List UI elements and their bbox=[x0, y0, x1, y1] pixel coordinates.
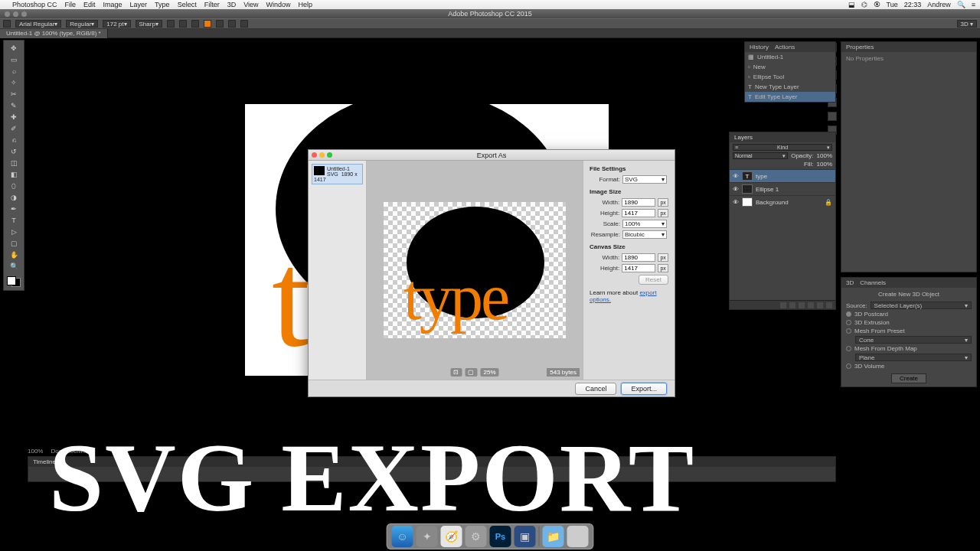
channels-tab[interactable]: Channels bbox=[860, 279, 886, 286]
warp-text-icon[interactable] bbox=[216, 20, 224, 28]
history-tab[interactable]: History bbox=[750, 44, 769, 51]
cloud-icon[interactable]: ⌬ bbox=[861, 1, 867, 8]
eyedropper-tool-icon[interactable]: ✎ bbox=[9, 101, 18, 110]
blur-tool-icon[interactable]: ⬯ bbox=[9, 181, 18, 191]
canvas-height-input[interactable] bbox=[622, 264, 655, 272]
wifi-icon[interactable]: ⦿ bbox=[874, 1, 880, 8]
history-step-selected[interactable]: T Edit Type Layer bbox=[745, 92, 835, 102]
eraser-tool-icon[interactable]: ◫ bbox=[9, 158, 18, 168]
mac-dock[interactable]: ☺ ✦ 🧭 ⚙ Ps ▣ 📁 🗑 bbox=[387, 523, 594, 549]
radio-depth-map[interactable] bbox=[846, 346, 851, 351]
menu-view[interactable]: View bbox=[243, 1, 258, 8]
image-width-input[interactable] bbox=[622, 198, 655, 207]
layer-row-ellipse[interactable]: 👁Ellipse 1 bbox=[730, 182, 835, 195]
zoom-fit-icon[interactable]: ⊡ bbox=[450, 368, 462, 377]
dialog-close-icon[interactable] bbox=[312, 152, 317, 158]
text-color-swatch[interactable] bbox=[204, 20, 211, 28]
3d-text-icon[interactable] bbox=[240, 20, 248, 28]
delete-layer-icon[interactable] bbox=[826, 302, 832, 308]
3d-panel[interactable]: 3DChannels Create New 3D Object Source:S… bbox=[841, 277, 977, 387]
mesh-preset-select[interactable]: Cone▾ bbox=[855, 336, 972, 344]
resample-select[interactable]: Bicubic▾ bbox=[622, 230, 667, 239]
asset-list[interactable]: Untitled-1 SVG 1890 x 1417 bbox=[309, 161, 367, 380]
fx-icon[interactable] bbox=[789, 302, 795, 308]
radio-3d-postcard[interactable] bbox=[846, 311, 851, 317]
radio-mesh-preset[interactable] bbox=[846, 328, 851, 334]
font-weight-select[interactable]: Regular ▾ bbox=[66, 20, 98, 28]
menu-window[interactable]: Window bbox=[266, 1, 291, 8]
tool-preset-icon[interactable] bbox=[3, 20, 11, 28]
crop-tool-icon[interactable]: ✂ bbox=[9, 90, 18, 99]
menu-layer[interactable]: Layer bbox=[130, 1, 148, 8]
shape-tool-icon[interactable]: ▢ bbox=[9, 239, 18, 248]
brush-tool-icon[interactable]: ✐ bbox=[9, 124, 18, 133]
menu-type[interactable]: Type bbox=[155, 1, 170, 8]
menu-select[interactable]: Select bbox=[178, 1, 197, 8]
layer-row-background[interactable]: 👁Background🔒 bbox=[730, 195, 835, 208]
layer-kind-filter[interactable]: ≡ Kind ▾ bbox=[733, 144, 832, 151]
app-menu[interactable]: Photoshop CC bbox=[12, 1, 57, 8]
dock-folder-icon[interactable]: 📁 bbox=[543, 526, 564, 547]
menu-help[interactable]: Help bbox=[299, 1, 313, 8]
history-brush-tool-icon[interactable]: ↺ bbox=[9, 147, 18, 156]
window-traffic-lights[interactable] bbox=[5, 11, 27, 17]
options-bar[interactable]: Arial Regular ▾ Regular ▾ 172 pt ▾ Sharp… bbox=[0, 18, 980, 29]
mask-icon[interactable] bbox=[799, 302, 805, 308]
fill-value[interactable]: 100% bbox=[817, 161, 832, 168]
opacity-value[interactable]: 100% bbox=[817, 152, 832, 159]
info-panel-icon[interactable] bbox=[828, 112, 837, 121]
zoom-value[interactable]: 25% bbox=[480, 368, 498, 377]
font-family-select[interactable]: Arial Regular ▾ bbox=[15, 20, 61, 28]
actions-tab[interactable]: Actions bbox=[775, 44, 795, 51]
history-snapshot[interactable]: ▦ Untitled-1 bbox=[745, 52, 835, 62]
menu-3d[interactable]: 3D bbox=[227, 1, 237, 8]
pen-tool-icon[interactable]: ✒ bbox=[9, 204, 18, 214]
dialog-min-icon[interactable] bbox=[319, 152, 325, 158]
canvas-width-input[interactable] bbox=[622, 253, 655, 262]
align-center-icon[interactable] bbox=[179, 20, 187, 28]
cancel-button[interactable]: Cancel bbox=[575, 383, 616, 395]
menu-list-icon[interactable]: ≡ bbox=[972, 1, 975, 8]
format-select[interactable]: SVG▾ bbox=[622, 175, 667, 184]
antialias-select[interactable]: Sharp ▾ bbox=[136, 20, 162, 28]
dialog-zoom-icon[interactable] bbox=[327, 152, 332, 158]
depth-map-select[interactable]: Plane▾ bbox=[855, 354, 972, 361]
layer-row-type[interactable]: 👁Ttype bbox=[730, 169, 835, 182]
link-layers-icon[interactable] bbox=[780, 302, 786, 308]
new-layer-icon[interactable] bbox=[817, 302, 823, 308]
asset-item[interactable]: Untitled-1 SVG 1890 x 1417 bbox=[312, 164, 363, 184]
menu-image[interactable]: Image bbox=[103, 1, 122, 8]
character-panel-icon[interactable] bbox=[228, 20, 236, 28]
new-group-icon[interactable] bbox=[808, 302, 814, 308]
wand-tool-icon[interactable]: ✧ bbox=[9, 78, 18, 87]
dock-sysprefs-icon[interactable]: ⚙ bbox=[466, 526, 487, 547]
visibility-icon[interactable]: 👁 bbox=[733, 199, 739, 206]
visibility-icon[interactable]: 👁 bbox=[733, 186, 739, 193]
marquee-tool-icon[interactable]: ▭ bbox=[9, 55, 18, 64]
hand-tool-icon[interactable]: ✋ bbox=[9, 250, 18, 259]
stamp-tool-icon[interactable]: ⎌ bbox=[9, 135, 18, 145]
color-swatches[interactable] bbox=[7, 276, 21, 287]
heal-tool-icon[interactable]: ✚ bbox=[9, 112, 18, 122]
mac-menubar[interactable]: Photoshop CC File Edit Image Layer Type … bbox=[0, 0, 980, 9]
layers-tab[interactable]: Layers bbox=[734, 134, 753, 141]
layers-footer[interactable] bbox=[730, 300, 835, 309]
export-button[interactable]: Export... bbox=[621, 383, 667, 395]
path-tool-icon[interactable]: ▷ bbox=[9, 227, 18, 236]
move-tool-icon[interactable]: ✥ bbox=[9, 44, 18, 53]
dock-launchpad-icon[interactable]: ✦ bbox=[416, 526, 438, 547]
dialog-titlebar[interactable]: Export As bbox=[309, 150, 675, 161]
document-tab[interactable]: Untitled-1 @ 100% (type, RGB/8) * bbox=[0, 29, 108, 38]
3d-source-select[interactable]: Selected Layer(s)▾ bbox=[871, 302, 972, 309]
3d-create-button[interactable]: Create bbox=[891, 373, 926, 383]
dock-trash-icon[interactable]: 🗑 bbox=[567, 526, 589, 547]
history-panel[interactable]: HistoryActions ▦ Untitled-1 ▫ New ▫ Elli… bbox=[744, 41, 836, 103]
history-step[interactable]: ▫ New bbox=[745, 62, 835, 72]
scale-select[interactable]: 100%▾ bbox=[622, 220, 667, 228]
history-step[interactable]: ▫ Ellipse Tool bbox=[745, 72, 835, 82]
properties-tab[interactable]: Properties bbox=[846, 44, 874, 51]
font-size-select[interactable]: 172 pt ▾ bbox=[103, 20, 130, 28]
menu-file[interactable]: File bbox=[65, 1, 77, 8]
lasso-tool-icon[interactable]: ⌕ bbox=[9, 67, 18, 76]
properties-panel[interactable]: Properties No Properties bbox=[841, 41, 977, 272]
